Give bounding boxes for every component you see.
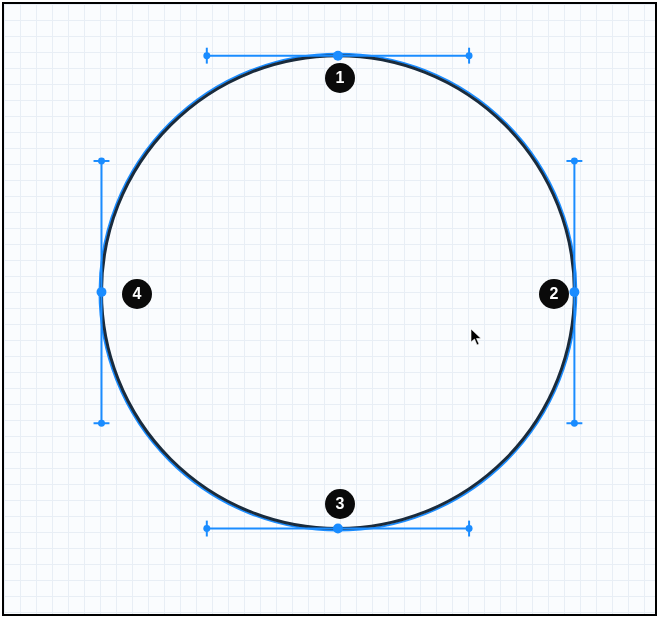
anchor-badge-2: 2	[539, 279, 569, 309]
anchor-point[interactable]	[333, 51, 343, 61]
handle-dot[interactable]	[466, 52, 473, 59]
handle-dot[interactable]	[203, 525, 210, 532]
anchor-point[interactable]	[569, 287, 579, 297]
handle-dot[interactable]	[466, 525, 473, 532]
circle-shape[interactable]	[101, 56, 574, 529]
cursor-icon	[470, 328, 484, 350]
canvas-svg	[4, 4, 655, 614]
handle-dot[interactable]	[571, 420, 578, 427]
handle-dot[interactable]	[98, 420, 105, 427]
badge-label: 4	[133, 285, 142, 303]
anchor-badge-4: 4	[122, 279, 152, 309]
badge-label: 1	[336, 69, 345, 87]
handle-dot[interactable]	[571, 157, 578, 164]
anchor-point[interactable]	[97, 287, 107, 297]
anchor-badge-1: 1	[325, 63, 355, 93]
handle-dot[interactable]	[203, 52, 210, 59]
anchor-badge-3: 3	[325, 489, 355, 519]
bezier-handles	[94, 48, 583, 537]
badge-label: 3	[336, 495, 345, 513]
badge-label: 2	[550, 285, 559, 303]
anchor-point[interactable]	[333, 524, 343, 534]
handle-dot[interactable]	[98, 157, 105, 164]
editor-frame: 1 2 3 4	[2, 2, 657, 616]
